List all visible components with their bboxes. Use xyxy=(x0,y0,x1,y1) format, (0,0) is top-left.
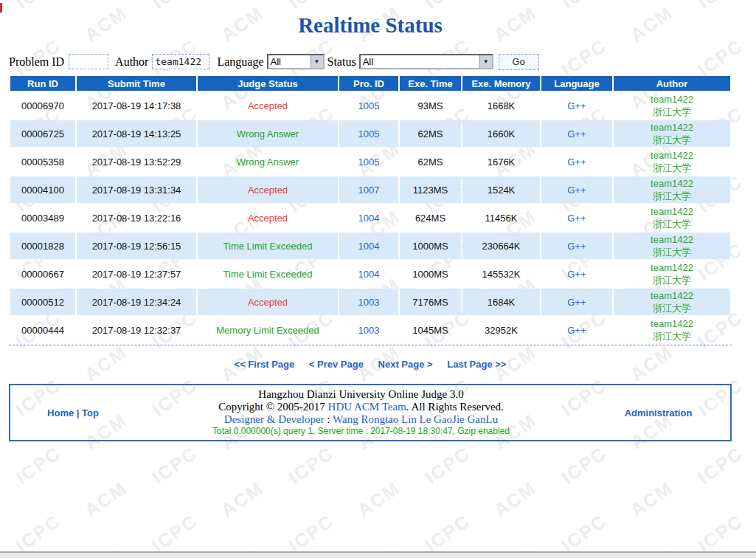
footer-credits: Designer & Developer : Wang Rongtao Lin … xyxy=(136,413,586,426)
watermark-text: ICPC xyxy=(558,442,611,489)
run-id: 00000667 xyxy=(21,269,64,280)
author-school-link[interactable]: 浙江大学 xyxy=(614,106,730,118)
problem-link[interactable]: 1004 xyxy=(358,269,380,280)
top-link[interactable]: Top xyxy=(82,407,99,418)
table-row: 00004100 2017-08-19 13:31:34 Accepted 10… xyxy=(10,176,730,203)
last-page-link[interactable]: Last Page >> xyxy=(447,359,506,370)
footer-panel: Home | Top Hangzhou Dianzi University On… xyxy=(9,384,732,441)
exe-time: 62MS xyxy=(418,128,443,140)
author-school-link[interactable]: 浙江大学 xyxy=(614,330,730,342)
author-link[interactable]: team1422 xyxy=(614,289,730,302)
language-label: Language xyxy=(217,55,263,69)
language-link[interactable]: G++ xyxy=(567,100,586,111)
problem-link[interactable]: 1007 xyxy=(358,185,380,196)
column-header-author: Author xyxy=(614,76,730,91)
author-link[interactable]: team1422 xyxy=(614,233,730,246)
administration-link[interactable]: Administration xyxy=(625,407,693,418)
author-school-link[interactable]: 浙江大学 xyxy=(614,134,730,146)
language-link[interactable]: G++ xyxy=(567,128,586,140)
exe-time: 7176MS xyxy=(412,297,448,308)
author-link[interactable]: team1422 xyxy=(614,121,730,134)
footer-center: Hangzhou Dianzi University Online Judge … xyxy=(136,388,586,437)
server-info: Total 0.000000(s) query 1, Server time :… xyxy=(136,426,586,437)
problem-link[interactable]: 1004 xyxy=(358,241,380,252)
watermark-text: ACM xyxy=(626,478,676,522)
designer-developer-link[interactable]: Designer & Developer xyxy=(224,413,325,425)
table-header-row: Run ID Submit Time Judge Status Pro. ID … xyxy=(10,76,730,91)
home-link[interactable]: Home xyxy=(47,407,74,418)
table-row: 00000444 2017-08-19 12:32:37 Memory Limi… xyxy=(10,317,730,343)
prev-page-link[interactable]: < Prev Page xyxy=(309,359,364,370)
judge-status: Accepted xyxy=(248,213,288,224)
language-link[interactable]: G++ xyxy=(567,156,586,168)
pagination: << First Page < Prev Page Next Page > La… xyxy=(9,359,732,371)
page-title: Realtime Status xyxy=(9,13,732,38)
column-header-language: Language xyxy=(541,76,612,91)
go-button[interactable]: Go xyxy=(499,54,539,70)
author-input[interactable] xyxy=(152,54,209,69)
status-selected-value: All xyxy=(361,56,479,67)
exe-time: 1000MS xyxy=(412,269,448,280)
author-school-link[interactable]: 浙江大学 xyxy=(614,190,730,202)
problem-link[interactable]: 1003 xyxy=(358,297,380,308)
chevron-down-icon[interactable]: ▼ xyxy=(311,55,323,68)
problem-link[interactable]: 1005 xyxy=(358,100,380,111)
first-page-link[interactable]: << First Page xyxy=(235,359,295,370)
author-link[interactable]: team1422 xyxy=(614,149,730,162)
judge-status: Accepted xyxy=(248,185,288,196)
author-link[interactable]: team1422 xyxy=(614,93,730,106)
author-link[interactable]: team1422 xyxy=(614,177,730,190)
language-link[interactable]: G++ xyxy=(567,213,586,224)
author-link[interactable]: team1422 xyxy=(614,205,730,218)
status-table-body: 00006970 2017-08-19 14:17:38 Accepted 10… xyxy=(10,92,730,343)
table-row: 00006725 2017-08-19 14:13:25 Wrong Answe… xyxy=(10,120,730,147)
column-header-pro-id: Pro. ID xyxy=(339,76,398,91)
watermark-text: ICPC xyxy=(558,510,611,557)
run-id: 00001828 xyxy=(21,241,64,252)
author-link[interactable]: team1422 xyxy=(614,317,730,330)
author-school-link[interactable]: 浙江大学 xyxy=(614,274,730,286)
run-id: 00000444 xyxy=(21,325,64,336)
developers-link[interactable]: Wang Rongtao Lin Le GaoJie GanLu xyxy=(333,413,498,425)
exe-memory: 1660K xyxy=(488,128,516,140)
problem-link[interactable]: 1005 xyxy=(358,128,380,140)
problem-id-input[interactable] xyxy=(69,54,108,69)
language-link[interactable]: G++ xyxy=(567,325,586,336)
submit-time: 2017-08-19 14:17:38 xyxy=(92,100,181,111)
language-link[interactable]: G++ xyxy=(567,297,586,308)
table-row: 00003489 2017-08-19 13:22:16 Accepted 10… xyxy=(10,204,730,231)
watermark-text: ACM xyxy=(353,478,403,522)
judge-status: Accepted xyxy=(248,297,288,308)
status-select[interactable]: All ▼ xyxy=(359,54,493,69)
table-row: 00005358 2017-08-19 13:52:29 Wrong Answe… xyxy=(10,148,730,175)
exe-memory: 1676K xyxy=(488,156,516,168)
table-row: 00001828 2017-08-19 12:56:15 Time Limit … xyxy=(10,232,730,259)
author-school-link[interactable]: 浙江大学 xyxy=(614,246,730,258)
author-school-link[interactable]: 浙江大学 xyxy=(614,302,730,314)
author-link[interactable]: team1422 xyxy=(614,261,730,274)
problem-link[interactable]: 1003 xyxy=(358,325,380,336)
author-school-link[interactable]: 浙江大学 xyxy=(614,162,730,174)
chevron-down-icon[interactable]: ▼ xyxy=(479,55,492,68)
horizontal-scrollbar[interactable] xyxy=(0,551,756,558)
exe-memory: 32952K xyxy=(485,325,518,336)
language-link[interactable]: G++ xyxy=(567,269,586,280)
status-table: Run ID Submit Time Judge Status Pro. ID … xyxy=(9,75,732,345)
submit-time: 2017-08-19 14:13:25 xyxy=(92,128,181,140)
run-id: 00003489 xyxy=(21,213,64,224)
problem-link[interactable]: 1005 xyxy=(358,156,380,168)
problem-link[interactable]: 1004 xyxy=(358,213,380,224)
watermark-text: ACM xyxy=(80,478,131,522)
column-header-judge-status: Judge Status xyxy=(198,76,338,91)
author-school-link[interactable]: 浙江大学 xyxy=(614,218,730,230)
next-page-link[interactable]: Next Page > xyxy=(378,359,433,370)
language-select[interactable]: All ▼ xyxy=(267,54,325,69)
language-link[interactable]: G++ xyxy=(567,241,586,252)
judge-status: Memory Limit Exceeded xyxy=(216,325,319,336)
table-row: 00000512 2017-08-19 12:34:24 Accepted 10… xyxy=(10,289,730,315)
watermark-text: ICPC xyxy=(148,510,201,557)
footer-nav: Home | Top xyxy=(10,407,136,418)
language-link[interactable]: G++ xyxy=(567,185,586,196)
hdu-acm-team-link[interactable]: HDU ACM Team xyxy=(328,401,406,413)
exe-time: 624MS xyxy=(415,213,445,224)
